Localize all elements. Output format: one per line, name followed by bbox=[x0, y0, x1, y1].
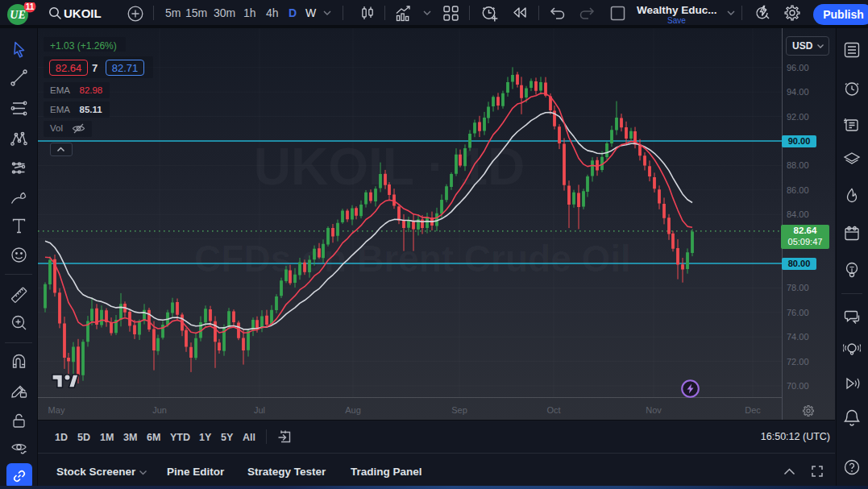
svg-text:UE: UE bbox=[10, 9, 25, 21]
svg-text:11: 11 bbox=[26, 2, 35, 11]
